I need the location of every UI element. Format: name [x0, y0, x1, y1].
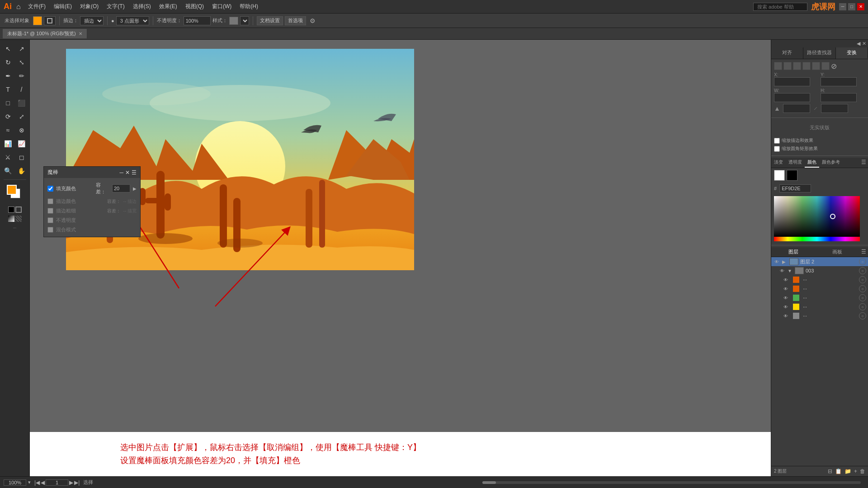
panel-menu-button[interactable]: ☰: [132, 169, 137, 176]
last-page-button[interactable]: ▶|: [74, 479, 80, 486]
layer-003-vis[interactable]: ○: [859, 267, 866, 274]
foreground-color-swatch[interactable]: [7, 185, 17, 195]
menu-window[interactable]: 窗口(W): [208, 2, 235, 11]
layer-row-gray[interactable]: 👁 ··· ○: [771, 311, 868, 320]
color-picker[interactable]: [774, 196, 860, 241]
tab-color-guide[interactable]: 颜色参考: [819, 158, 843, 168]
pen-tool[interactable]: ✒: [2, 70, 14, 82]
black-swatch[interactable]: [787, 170, 797, 181]
scale-strokes-checkbox[interactable]: [774, 138, 780, 144]
bar-graph-tool[interactable]: 📈: [15, 137, 28, 150]
scale-tool[interactable]: ⤢: [15, 110, 28, 123]
layer-2-eye[interactable]: 👁: [773, 259, 780, 264]
tab-gradient[interactable]: 淡变: [771, 158, 786, 168]
layer-003-eye[interactable]: 👁: [778, 268, 786, 273]
panel-close-icon[interactable]: ✕: [862, 41, 866, 47]
layer-y-eye[interactable]: 👁: [782, 305, 789, 310]
rect-tool[interactable]: □: [2, 97, 14, 109]
maximize-button[interactable]: □: [848, 3, 855, 10]
x-input[interactable]: [774, 77, 810, 86]
layers-menu[interactable]: ☰: [859, 247, 868, 257]
column-graph-tool[interactable]: 📊: [2, 137, 14, 150]
menu-object[interactable]: 对象(O): [76, 2, 102, 11]
move-to-new-layer-button[interactable]: 📁: [844, 468, 851, 474]
tab-align[interactable]: 对齐: [771, 47, 803, 59]
preferences-button[interactable]: 首选项: [285, 16, 306, 25]
layer-row-red2[interactable]: 👁 ··· ○: [771, 284, 868, 293]
hex-input[interactable]: [779, 184, 811, 192]
no-selection-icon[interactable]: ⊘: [831, 62, 837, 70]
layer-r1-vis[interactable]: ○: [859, 276, 866, 283]
eraser-tool[interactable]: ◻: [15, 151, 28, 164]
align-middle-icon[interactable]: [812, 62, 820, 70]
brush-shape-dropdown[interactable]: 3 点圆形: [116, 16, 149, 25]
horizontal-scrollbar[interactable]: [482, 481, 861, 484]
white-swatch[interactable]: [774, 170, 785, 181]
panel-collapse-button[interactable]: ◀: [857, 41, 860, 47]
layer-r1-eye[interactable]: 👁: [782, 277, 789, 282]
layer-row-green[interactable]: 👁 ··· ○: [771, 293, 868, 302]
stroke-width-checkbox[interactable]: [47, 208, 53, 214]
style-dropdown[interactable]: [240, 16, 249, 25]
zoom-tool[interactable]: 🔍: [2, 164, 14, 177]
fill-tolerance-input[interactable]: [112, 184, 130, 192]
freeform-tool[interactable]: ✏: [15, 70, 28, 82]
minimize-button[interactable]: ─: [839, 3, 846, 10]
preferences-icon[interactable]: ⚙: [310, 17, 316, 24]
menu-edit[interactable]: 编辑(E): [50, 2, 75, 11]
pattern-swatch[interactable]: [15, 216, 22, 222]
tab-artboards[interactable]: 画板: [816, 247, 860, 257]
layer-r2-vis[interactable]: ○: [859, 285, 866, 292]
menu-file[interactable]: 文件(F): [24, 2, 49, 11]
canvas-area[interactable]: 魔棒 ─ ✕ ☰ 填充颜色 容差： ▶: [30, 40, 771, 476]
shear-input[interactable]: [821, 104, 848, 113]
layer-g-eye[interactable]: 👁: [782, 296, 789, 300]
warp-tool[interactable]: ≈: [2, 124, 14, 136]
panel-min-button[interactable]: ─: [119, 169, 123, 176]
make-clip-mask-button[interactable]: ⊟: [828, 468, 832, 474]
tab-transparency[interactable]: 透明度: [786, 158, 805, 168]
tab-layers[interactable]: 图层: [771, 247, 816, 257]
menu-effect[interactable]: 效果(E): [156, 2, 181, 11]
opacity-checkbox[interactable]: [47, 217, 53, 223]
opacity-input[interactable]: [184, 16, 211, 25]
align-top-icon[interactable]: [802, 62, 811, 70]
selection-tool[interactable]: ↖: [2, 42, 14, 55]
close-button[interactable]: ✕: [857, 3, 864, 10]
y-input[interactable]: [821, 77, 857, 86]
tab-color[interactable]: 颜色: [805, 158, 819, 168]
doc-settings-button[interactable]: 文档设置: [257, 16, 283, 25]
line-tool[interactable]: /: [15, 83, 28, 96]
menu-select[interactable]: 选择(S): [129, 2, 155, 11]
menu-view[interactable]: 视图(Q): [182, 2, 208, 11]
hand-tool[interactable]: ✋: [15, 164, 28, 177]
w-input[interactable]: [774, 93, 810, 102]
tab-close-button[interactable]: ✕: [79, 31, 82, 36]
layer-g-vis[interactable]: ○: [859, 294, 866, 301]
delete-layer-button[interactable]: 🗑: [860, 468, 865, 474]
document-tab[interactable]: 未标题-1* @ 100% (RGB/预览) ✕: [3, 29, 87, 38]
reflect-tool[interactable]: ⤡: [15, 56, 28, 69]
home-icon[interactable]: ⌂: [16, 3, 21, 11]
next-page-button[interactable]: ▶: [69, 479, 73, 486]
layer-row-2[interactable]: 👁 ▶ 图层 2 ○: [771, 257, 868, 266]
blend-tool[interactable]: ⊗: [15, 124, 28, 136]
zoom-input[interactable]: [4, 479, 26, 486]
scrollbar-thumb[interactable]: [482, 481, 496, 484]
align-center-icon[interactable]: [783, 62, 792, 70]
tab-pathfinder[interactable]: 路径查找器: [803, 47, 835, 59]
layer-y-vis[interactable]: ○: [859, 303, 866, 310]
h-input[interactable]: [821, 93, 857, 102]
layer-row-red1[interactable]: 👁 ··· ○: [771, 275, 868, 284]
layer-r2-eye[interactable]: 👁: [782, 286, 789, 291]
type-tool[interactable]: T: [2, 83, 14, 96]
menu-type[interactable]: 文字(T): [103, 2, 128, 11]
paintbucket-tool[interactable]: ⬛: [15, 97, 28, 109]
page-input[interactable]: [46, 479, 68, 486]
stroke-color-checkbox[interactable]: [47, 198, 53, 204]
align-bottom-icon[interactable]: [821, 62, 830, 70]
align-left-icon[interactable]: [774, 62, 782, 70]
scale-corners-checkbox[interactable]: [774, 146, 780, 152]
panel-close-button[interactable]: ✕: [125, 169, 130, 176]
stroke-none[interactable]: [15, 206, 22, 213]
